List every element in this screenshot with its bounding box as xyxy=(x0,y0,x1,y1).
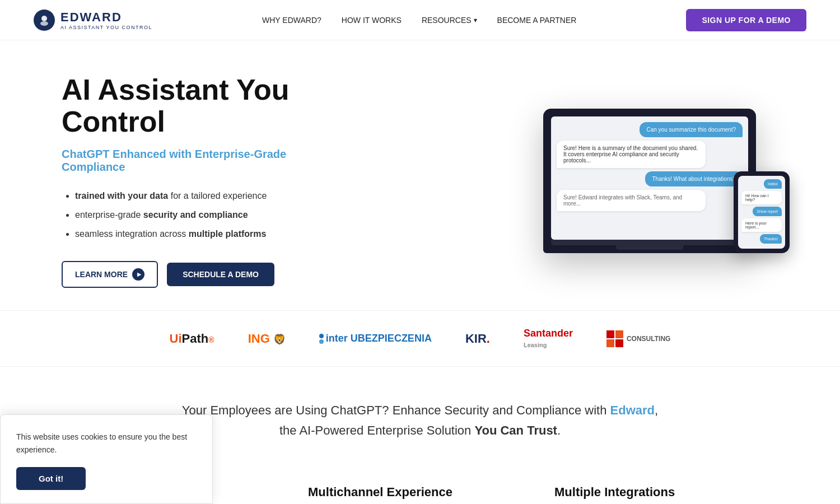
feature-integrations-title: Multiple Integrations xyxy=(554,485,778,500)
phone-bubble-4: Here is your report... xyxy=(741,218,782,232)
chat-preview: Can you summarize this document? Sure! H… xyxy=(551,116,748,217)
hero-section: AI Assistant You Control ChatGPT Enhance… xyxy=(28,40,812,310)
chat-bubble-user-1: Can you summarize this document? xyxy=(640,122,743,137)
phone-mockup: Hello! Hi! How can I help? Show report H… xyxy=(734,171,790,253)
nav-links: WHY EDWARD? HOW IT WORKS RESOURCES ▾ BEC… xyxy=(262,16,576,25)
signup-demo-button[interactable]: SIGN UP FOR A DEMO xyxy=(686,9,806,31)
logo-subtitle: AI ASSISTANT YOU CONTROL xyxy=(60,25,152,30)
svg-point-0 xyxy=(41,16,47,21)
phone-bubble-3: Show report xyxy=(753,207,782,216)
nav-resources[interactable]: RESOURCES ▾ xyxy=(422,16,477,25)
nav-why-edward[interactable]: WHY EDWARD? xyxy=(262,16,321,25)
phone-bubble-2: Hi! How can I help? xyxy=(741,191,782,204)
hero-subtitle: ChatGPT Enhanced with Enterprise-Grade C… xyxy=(62,148,353,174)
logo-text: EDWARD AI ASSISTANT YOU CONTROL xyxy=(60,10,152,30)
nav-become-partner[interactable]: BECOME A PARTNER xyxy=(497,16,577,25)
hero-bullets: trained with your data for a tailored ex… xyxy=(62,189,353,241)
chat-bubble-ai-2: Sure! Edward integrates with Slack, Team… xyxy=(557,190,706,211)
cookie-accept-button[interactable]: Got it! xyxy=(16,467,86,490)
feature-integrations: Multiple Integrations Edward can access … xyxy=(554,474,778,504)
hero-bullet-2: enterprise-grade security and compliance xyxy=(75,208,353,222)
logo-ing: ING 🦁 xyxy=(248,332,286,346)
hero-buttons: LEARN MORE SCHEDULE A DEMO xyxy=(62,261,353,288)
hero-bullet-3: seamless integration across multiple pla… xyxy=(75,227,353,241)
laptop-mockup: Can you summarize this document? Sure! H… xyxy=(543,109,756,253)
logo-santander: Santander Leasing xyxy=(524,328,573,349)
logo-name: EDWARD xyxy=(60,10,152,25)
phone-bubble-5: Thanks! xyxy=(760,234,782,244)
cookie-message: This website uses cookies to ensure you … xyxy=(16,431,197,456)
logo-si-consulting: CONSULTING xyxy=(606,330,670,347)
play-icon xyxy=(132,268,144,281)
laptop-stand xyxy=(616,245,683,250)
phone-screen: Hello! Hi! How can I help? Show report H… xyxy=(738,176,785,249)
laptop-base xyxy=(551,240,748,245)
navbar: EDWARD AI ASSISTANT YOU CONTROL WHY EDWA… xyxy=(0,0,840,40)
hero-content: AI Assistant You Control ChatGPT Enhance… xyxy=(62,74,353,288)
hero-image: Can you summarize this document? Sure! H… xyxy=(543,109,778,253)
logo[interactable]: EDWARD AI ASSISTANT YOU CONTROL xyxy=(34,10,152,31)
feature-multichannel: Multichannel Experience Stay connected o… xyxy=(308,474,532,504)
tagline-text: Your Employees are Using ChatGPT? Enhanc… xyxy=(168,367,672,462)
chat-bubble-user-2: Thanks! What about integrations? xyxy=(645,171,743,186)
chevron-down-icon: ▾ xyxy=(474,16,477,24)
schedule-demo-button[interactable]: SCHEDULE A DEMO xyxy=(167,263,274,286)
svg-point-1 xyxy=(40,21,48,26)
learn-more-button[interactable]: LEARN MORE xyxy=(62,261,158,288)
partner-logos: UiPath® ING 🦁 inter UBEZPIECZENIA KIR. S… xyxy=(0,310,840,367)
laptop-screen: Can you summarize this document? Sure! H… xyxy=(551,116,748,240)
chat-bubble-ai-1: Sure! Here is a summary of the document … xyxy=(557,141,706,168)
tagline-section: Your Employees are Using ChatGPT? Enhanc… xyxy=(168,367,672,462)
hero-title: AI Assistant You Control xyxy=(62,74,353,138)
logo-inter: inter UBEZPIECZENIA xyxy=(319,333,432,344)
hero-bullet-1: trained with your data for a tailored ex… xyxy=(75,189,353,203)
logo-kir: KIR. xyxy=(465,332,490,346)
logo-icon xyxy=(34,10,55,31)
nav-how-it-works[interactable]: HOW IT WORKS xyxy=(342,16,402,25)
phone-bubble-1: Hello! xyxy=(764,179,782,189)
cookie-banner: This website uses cookies to ensure you … xyxy=(0,414,213,504)
logo-uipath: UiPath® xyxy=(170,332,214,346)
feature-multichannel-title: Multichannel Experience xyxy=(308,485,532,500)
